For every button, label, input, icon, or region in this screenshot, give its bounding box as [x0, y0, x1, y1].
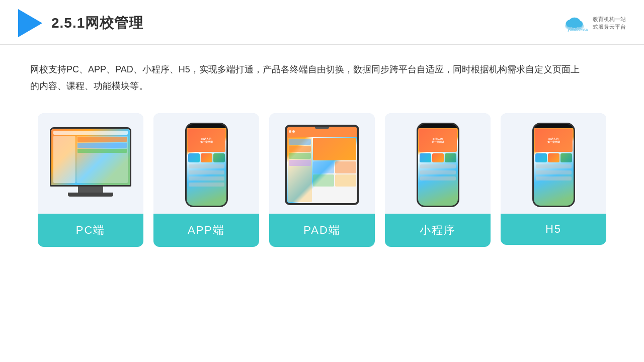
- card-app: 职达人的第一堂网课 APP端: [153, 113, 259, 247]
- tagline-line1: 教育机构一站: [593, 16, 626, 23]
- header: 2.5.1网校管理 yunduoketang.com 教育机构一站 式服务云平台: [0, 0, 644, 45]
- card-label-pad: PAD端: [269, 214, 375, 247]
- tagline-line2: 式服务云平台: [593, 23, 626, 31]
- card-image-app: 职达人的第一堂网课: [153, 113, 259, 209]
- card-image-mini: 职达人的第一堂网课: [385, 113, 491, 209]
- svg-text:yunduoketang.com: yunduoketang.com: [568, 27, 588, 32]
- section-number: 2.5.1: [51, 15, 85, 31]
- svg-point-5: [575, 21, 583, 28]
- tablet-pad-icon: [285, 125, 359, 205]
- card-label-app: APP端: [153, 214, 259, 247]
- card-h5: 职达人的第一堂网课 H5: [501, 113, 606, 245]
- card-label-h5: H5: [501, 214, 606, 245]
- card-image-pad: [269, 113, 375, 209]
- section-title: 网校管理: [85, 15, 143, 31]
- card-mini: 职达人的第一堂网课 小程序: [385, 113, 491, 247]
- logo-triangle-icon: [18, 9, 42, 37]
- cloud-icon: yunduoketang.com: [561, 14, 588, 32]
- description-text: 网校支持PC、APP、PAD、小程序、H5，实现多端打通，产品各终端自由切换，数…: [30, 61, 584, 95]
- phone-mini-icon: 职达人的第一堂网课: [417, 123, 459, 207]
- phone-app-icon: 职达人的第一堂网课: [185, 123, 228, 207]
- phone-h5-icon: 职达人的第一堂网课: [532, 123, 575, 207]
- card-pad: PAD端: [269, 113, 375, 247]
- card-image-pc: [38, 113, 143, 209]
- header-left: 2.5.1网校管理: [18, 9, 143, 37]
- card-image-h5: 职达人的第一堂网课: [501, 113, 606, 209]
- page-title: 2.5.1网校管理: [51, 14, 143, 33]
- brand-area: yunduoketang.com 教育机构一站 式服务云平台: [561, 14, 626, 32]
- svg-point-4: [566, 20, 575, 27]
- pc-monitor-icon: [48, 127, 133, 203]
- card-label-mini: 小程序: [385, 214, 491, 247]
- main-content: 网校支持PC、APP、PAD、小程序、H5，实现多端打通，产品各终端自由切换，数…: [0, 45, 644, 257]
- brand-tagline: 教育机构一站 式服务云平台: [593, 16, 626, 31]
- card-label-pc: PC端: [38, 214, 143, 247]
- device-cards-container: PC端 职达人的第一堂网课: [30, 113, 614, 247]
- card-pc: PC端: [38, 113, 143, 247]
